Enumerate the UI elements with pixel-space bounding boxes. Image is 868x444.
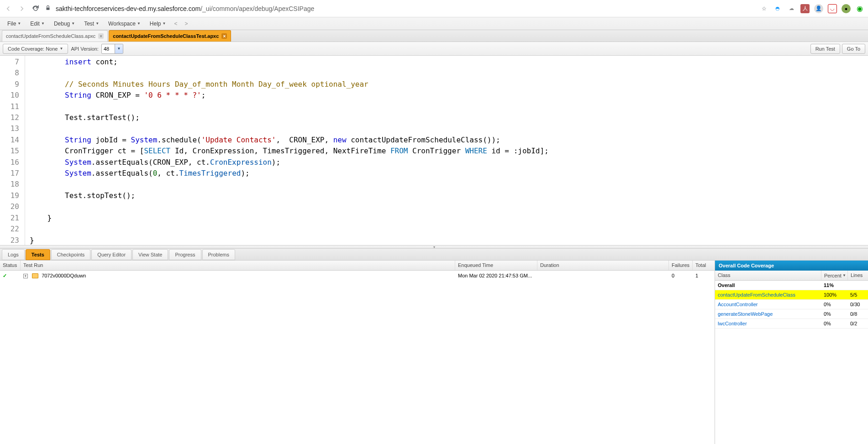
tab-logs[interactable]: Logs [2,249,25,260]
percent: 100% [821,291,847,299]
code-coverage-dropdown[interactable]: Code Coverage: None▼ [3,44,68,54]
tab-checkpoints[interactable]: Checkpoints [51,249,91,260]
col-total[interactable]: Total [693,261,715,270]
ext-icon-5[interactable]: ◡ [828,4,837,13]
close-icon[interactable]: × [221,33,227,39]
bottom-panel: Status Test Run Enqueued Time Duration F… [0,261,868,444]
tab-progress[interactable]: Progress [169,249,201,260]
menu-back[interactable]: < [171,19,180,28]
col-test-run[interactable]: Test Run [21,261,455,270]
code-editor[interactable]: 7891011121314151617181920212223 insert c… [0,56,868,245]
lines: 0/30 [847,300,868,308]
test-run-cell: + 7072v0000DQduwn [21,272,455,280]
file-tab-1[interactable]: contactUpdateFromScheduleClass.apxc × [2,30,108,42]
total-cell: 1 [693,272,715,280]
failures-cell: 0 [669,272,693,280]
close-icon[interactable]: × [98,33,104,39]
class-name: contactUpdateFromScheduleClass [715,291,821,299]
ext-icon-4[interactable]: 👤 [814,4,823,13]
file-tab-label: contactUpdateFromScheduleClassTest.apxc [113,33,219,39]
tab-tests[interactable]: Tests [26,249,50,260]
ext-icon-1[interactable]: ◓ [773,4,782,13]
url-domain: sakthi-techforceservices-dev-ed.my.sales… [56,5,200,12]
class-name: AccountController [715,300,821,308]
coverage-row[interactable]: generateStoneWebPage 0% 0/8 [715,309,868,319]
class-name: Overall [715,281,821,289]
sort-desc-icon: ▼ [842,273,846,277]
ext-icon-6[interactable]: ◉ [855,4,864,13]
menu-debug[interactable]: Debug▼ [50,19,79,28]
browser-bar: sakthi-techforceservices-dev-ed.my.sales… [0,0,868,17]
col-status[interactable]: Status [0,261,21,270]
back-icon[interactable] [4,4,13,13]
splitter-handle-icon: ▾ [425,246,443,248]
file-tabs: contactUpdateFromScheduleClass.apxc × co… [0,30,868,42]
file-tab-label: contactUpdateFromScheduleClass.apxc [6,33,95,39]
col-class[interactable]: Class [715,271,821,280]
ext-icon-2[interactable]: ☁ [787,4,796,13]
run-test-button[interactable]: Run Test [810,44,840,54]
enqueued-cell: Mon Mar 02 2020 21:47:53 GM... [455,272,537,280]
browser-nav [4,4,40,13]
file-tab-2[interactable]: contactUpdateFromScheduleClassTest.apxc … [109,30,231,42]
star-icon[interactable]: ☆ [759,4,768,13]
api-version-input[interactable] [102,45,115,53]
col-duration[interactable]: Duration [537,261,669,270]
editor-toolbar: Code Coverage: None▼ API Version: ▼ Run … [0,42,868,56]
class-name: generateStoneWebPage [715,310,821,318]
class-name: lwcController [715,319,821,328]
bottom-tabs: Logs Tests Checkpoints Query Editor View… [0,249,868,261]
address-bar[interactable]: sakthi-techforceservices-dev-ed.my.sales… [45,5,755,12]
coverage-row[interactable]: AccountController 0% 0/30 [715,300,868,309]
url-path: /_ui/common/apex/debug/ApexCSIPage [200,5,314,12]
test-id: 7072v0000DQduwn [42,273,86,278]
tab-query-editor[interactable]: Query Editor [91,249,132,260]
test-row[interactable]: ✓ + 7072v0000DQduwn Mon Mar 02 2020 21:4… [0,271,715,281]
folder-icon [32,273,38,278]
panel-splitter[interactable]: ▾ [0,245,868,249]
col-percent[interactable]: Percent▼ [821,271,847,280]
url: sakthi-techforceservices-dev-ed.my.sales… [56,5,314,12]
menu-workspace[interactable]: Workspace▼ [105,19,144,28]
ext-icon-3[interactable]: 人 [800,4,810,13]
reload-icon[interactable] [31,4,40,13]
col-enqueued-time[interactable]: Enqueued Time [455,261,537,270]
menu-edit[interactable]: Edit▼ [26,19,48,28]
duration-cell [537,274,669,277]
coverage-row-overall[interactable]: Overall 11% [715,281,868,290]
coverage-row[interactable]: contactUpdateFromScheduleClass 100% 5/5 [715,290,868,300]
menu-file[interactable]: File▼ [4,19,25,28]
tab-problems[interactable]: Problems [202,249,235,260]
tab-view-state[interactable]: View State [132,249,168,260]
svg-rect-0 [47,7,50,10]
browser-extensions: ☆ ◓ ☁ 人 👤 ◡ ● ◉ [759,4,864,13]
menu-bar: File▼ Edit▼ Debug▼ Test▼ Workspace▼ Help… [0,17,868,30]
menu-test[interactable]: Test▼ [80,19,103,28]
col-failures[interactable]: Failures [669,261,693,270]
test-results-header: Status Test Run Enqueued Time Duration F… [0,261,715,271]
percent: 0% [821,310,847,318]
lines [847,284,868,287]
expand-icon[interactable]: + [23,274,28,278]
chevron-down-icon[interactable]: ▼ [115,44,123,53]
coverage-panel: Overall Code Coverage Class Percent▼ Lin… [715,261,868,444]
forward-icon[interactable] [17,4,26,13]
line-gutter: 7891011121314151617181920212223 [0,56,25,245]
lines: 5/5 [847,291,868,299]
percent: 0% [821,319,847,328]
avatar-icon[interactable]: ● [842,4,851,13]
lines: 0/2 [847,319,868,328]
coverage-title: Overall Code Coverage [715,261,868,271]
test-results-panel: Status Test Run Enqueued Time Duration F… [0,261,715,444]
coverage-row[interactable]: lwcController 0% 0/2 [715,319,868,329]
col-lines[interactable]: Lines [847,271,868,280]
menu-forward[interactable]: > [182,19,190,28]
lines: 0/8 [847,310,868,318]
coverage-header: Class Percent▼ Lines [715,271,868,281]
percent: 0% [821,300,847,308]
code-content[interactable]: insert cont; // Seconds Minutes Hours Da… [25,56,868,245]
api-version-select[interactable]: ▼ [101,44,123,54]
go-to-button[interactable]: Go To [842,44,865,54]
menu-help[interactable]: Help▼ [146,19,170,28]
status-cell: ✓ [0,272,21,280]
